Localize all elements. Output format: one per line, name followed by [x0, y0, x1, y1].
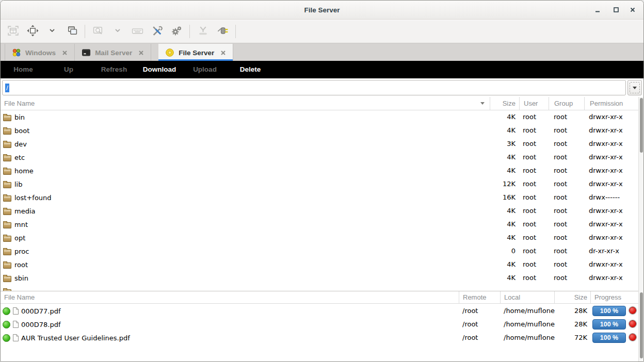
file-permission: drwxr-xr-x: [589, 124, 623, 137]
action-home-button[interactable]: Home: [1, 61, 46, 78]
file-name: lib: [14, 180, 22, 188]
gears-icon: [171, 25, 183, 39]
column-header-progress[interactable]: Progress: [590, 291, 639, 304]
cancel-transfer-icon[interactable]: [629, 307, 636, 314]
file-user: root: [523, 271, 536, 285]
action-download-button[interactable]: Download: [137, 61, 182, 78]
fit-window-button[interactable]: 1: [3, 23, 23, 40]
folder-icon: [3, 142, 11, 148]
file-size: 0: [490, 244, 516, 258]
minimize-button[interactable]: [589, 1, 606, 19]
file-name: proc: [14, 248, 29, 255]
column-header-transfer-size[interactable]: Size: [554, 291, 590, 304]
resize-arrows-button[interactable]: [23, 23, 42, 40]
file-row[interactable]: lib12Krootrootdrwxr-xr-x: [1, 177, 639, 191]
transfers-scrollbar[interactable]: [638, 291, 643, 362]
file-group: root: [554, 258, 567, 271]
scrollbar-thumb[interactable]: [640, 292, 643, 358]
file-row[interactable]: sbin4Krootrootdrwxr-xr-x: [1, 271, 639, 285]
column-header-remote[interactable]: Remote: [459, 291, 500, 304]
plug-button[interactable]: [213, 23, 232, 40]
file-row[interactable]: media4Krootrootdrwxr-xr-x: [1, 204, 639, 218]
maximize-icon: [613, 7, 619, 13]
file-group: root: [554, 177, 567, 191]
action-up-button[interactable]: Up: [46, 61, 91, 78]
file-user: root: [523, 191, 536, 204]
file-permission: drwx------: [589, 191, 620, 204]
scrollbar-thumb[interactable]: [640, 98, 643, 153]
screenshot-download-button[interactable]: [193, 23, 213, 40]
file-row[interactable]: opt4Krootrootdrwxr-xr-x: [1, 231, 639, 244]
column-header-size[interactable]: Size: [490, 97, 519, 110]
action-refresh-button[interactable]: Refresh: [91, 61, 137, 78]
file-name: boot: [14, 127, 29, 135]
action-delete-button[interactable]: Delete: [228, 61, 273, 78]
cancel-transfer-icon[interactable]: [629, 320, 636, 327]
column-header-file-name[interactable]: File Name: [1, 97, 490, 110]
close-button[interactable]: [624, 1, 641, 19]
folder-icon: [3, 128, 11, 135]
tab-file-server[interactable]: File Server: [158, 44, 233, 61]
file-group: root: [554, 164, 567, 177]
maximize-button[interactable]: [607, 1, 625, 19]
chevron-down-button[interactable]: [42, 23, 62, 40]
duplicate-window-button[interactable]: [62, 23, 82, 40]
cancel-transfer-icon[interactable]: [629, 334, 636, 341]
file-row[interactable]: root4Krootrootdrwxr-xr-x: [1, 258, 639, 271]
file-row[interactable]: bin4Krootrootdrwxr-xr-x: [1, 110, 639, 124]
file-row[interactable]: dev3Krootrootdrwxr-xr-x: [1, 137, 639, 151]
file-user: root: [523, 151, 536, 164]
action-upload-button[interactable]: Upload: [182, 61, 228, 78]
zoom-window-button[interactable]: [88, 23, 108, 40]
tab-label: Mail Server: [95, 49, 132, 57]
column-header-group[interactable]: Group: [549, 97, 584, 110]
progress-badge: 100 %: [592, 333, 626, 343]
transfer-row[interactable]: 000D77.pdf/root/home/muflone28K100 %: [1, 304, 639, 318]
terminal-icon: [82, 48, 91, 57]
transfer-file-name: 000D78.pdf: [21, 321, 61, 328]
transfer-file-name: 000D77.pdf: [21, 307, 61, 315]
files-header: File Name Size User Group Permission: [1, 97, 639, 110]
column-header-permission[interactable]: Permission: [584, 97, 639, 110]
file-user: root: [523, 258, 536, 271]
file-name: media: [14, 207, 36, 215]
chevron-down-button[interactable]: [108, 23, 127, 40]
path-bar: /: [1, 78, 643, 97]
tools-icon: [151, 25, 163, 39]
column-header-transfer-file-name[interactable]: File Name: [1, 291, 459, 304]
transfers-header: File Name Remote Local Size Progress: [1, 291, 639, 304]
window-title: File Server: [1, 1, 643, 20]
tab-close-icon[interactable]: [62, 50, 68, 56]
file-row[interactable]: lost+found16Krootrootdrwx------: [1, 191, 639, 204]
file-permission: drwxr-xr-x: [589, 231, 623, 244]
file-row[interactable]: etc4Krootrootdrwxr-xr-x: [1, 151, 639, 164]
file-name: home: [14, 167, 34, 175]
file-row[interactable]: mnt4Krootrootdrwxr-xr-x: [1, 218, 639, 231]
tab-windows[interactable]: Windows: [5, 44, 75, 61]
transfer-row[interactable]: 000D78.pdf/root/home/muflone28K100 %: [1, 318, 639, 331]
transfer-complete-led-icon: [3, 334, 10, 342]
tab-close-icon[interactable]: [220, 50, 226, 56]
files-scrollbar[interactable]: [638, 97, 643, 291]
yellow-ball-icon: [165, 48, 174, 57]
tools-button[interactable]: [147, 23, 167, 40]
gears-button[interactable]: [167, 23, 186, 40]
file-row[interactable]: boot4Krootrootdrwxr-xr-x: [1, 124, 639, 137]
sort-descending-icon: [480, 102, 485, 107]
tab-close-icon[interactable]: [138, 50, 144, 56]
file-size: 4K: [490, 271, 516, 285]
transfer-row[interactable]: AUR Trusted User Guidelines.pdf/root/hom…: [1, 331, 639, 344]
file-row[interactable]: proc0rootrootdr-xr-xr-x: [1, 244, 639, 258]
keyboard-button[interactable]: [127, 23, 147, 40]
path-input[interactable]: /: [2, 80, 626, 95]
tab-mail-server[interactable]: Mail Server: [75, 44, 151, 61]
file-permission: drwxr-xr-x: [589, 177, 623, 191]
file-name: mnt: [14, 221, 28, 228]
column-header-user[interactable]: User: [519, 97, 549, 110]
file-row[interactable]: home4Krootrootdrwxr-xr-x: [1, 164, 639, 177]
file-row-clipped[interactable]: [1, 285, 639, 291]
column-header-local[interactable]: Local: [500, 291, 554, 304]
transfer-size: 28K: [554, 304, 587, 318]
chevron-down-icon: [114, 27, 121, 36]
path-dropdown-button[interactable]: [627, 80, 642, 95]
